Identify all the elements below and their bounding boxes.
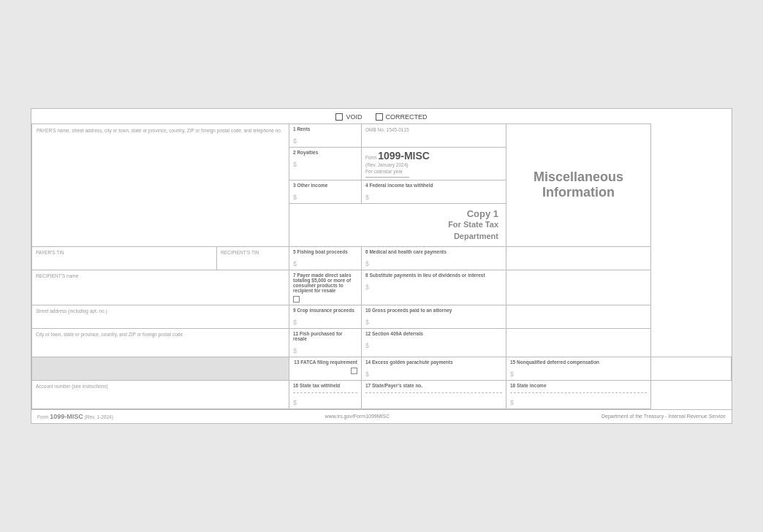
box6-cell[interactable]: 6 Medical and health care payments $ (362, 246, 506, 270)
account-number-label: Account number (see instructions) (36, 384, 108, 389)
box8-label: 8 Substitute payments in lieu of dividen… (365, 273, 485, 278)
box1-label: 1 Rents (293, 126, 310, 132)
box10-cell[interactable]: 10 Gross proceeds paid to an attorney $ (362, 305, 506, 328)
copy1-label: Copy 1 (292, 208, 498, 219)
box5-cell[interactable]: 5 Fishing boat proceeds $ (289, 246, 362, 270)
footer: Form 1099-MISC (Rev. 1-2024) www.irs.gov… (31, 409, 732, 423)
form-table: PAYER'S name, street address, city or to… (31, 123, 732, 409)
city-label: City or town, state or province, country… (36, 332, 183, 337)
footer-website: www.irs.gov/Form1099MISC (325, 414, 390, 419)
misc-info-title: Miscellaneous Information (509, 170, 648, 201)
box18-cell[interactable]: 18 State income $ (506, 380, 651, 408)
misc-info-line1: Miscellaneous (509, 170, 648, 186)
box1-dollar: $ (293, 137, 357, 145)
omb-number: OMB No. 1545-0115 (365, 127, 409, 132)
box7-cell[interactable]: 7 Payer made direct sales totaling $5,00… (289, 270, 362, 305)
box3-label: 3 Other income (293, 183, 327, 188)
box16-label: 16 State tax withheld (293, 383, 340, 388)
recipient-tin-cell[interactable]: RECIPIENT'S TIN (217, 246, 289, 270)
box6-label: 6 Medical and health care payments (365, 249, 447, 254)
corrected-checkbox[interactable] (376, 113, 383, 121)
box8-cell[interactable]: 8 Substitute payments in lieu of dividen… (362, 270, 506, 305)
box11-cell[interactable]: 11 Fish purchased for resale $ (289, 328, 362, 357)
box4-label: 4 Federal income tax withheld (365, 183, 433, 188)
footer-form-info: Form 1099-MISC (Rev. 1-2024) (37, 413, 113, 420)
box15-label: 15 Nonqualified deferred compensation (510, 360, 599, 365)
box13-cell[interactable]: 13 FATCA filing requirement (289, 357, 362, 380)
void-label: VOID (346, 113, 362, 121)
box5-label: 5 Fishing boat proceeds (293, 249, 348, 254)
box3-dollar: $ (293, 194, 357, 201)
payer-name-cell[interactable]: PAYER'S name, street address, city or to… (32, 123, 289, 246)
footer-rev: (Rev. 1-2024) (85, 414, 113, 419)
right-spacer-2 (506, 270, 651, 305)
box9-dollar: $ (293, 319, 357, 326)
box18-label: 18 State income (510, 383, 547, 388)
box3-cell[interactable]: 3 Other income $ (289, 180, 362, 204)
box18-dollar: $ (510, 399, 647, 406)
box9-cell[interactable]: 9 Crop insurance proceeds $ (289, 305, 362, 328)
misc-info-cell: Miscellaneous Information (506, 123, 651, 246)
recipient-name-cell[interactable]: RECIPIENT'S name (32, 270, 289, 305)
box12-dollar: $ (365, 342, 502, 349)
corrected-label: CORRECTED (386, 113, 428, 121)
void-checkbox[interactable] (335, 113, 343, 121)
box15-cell[interactable]: 15 Nonqualified deferred compensation $ (506, 357, 651, 380)
box16-cell[interactable]: 16 State tax withheld $ (289, 380, 362, 408)
footer-dept: Department of the Treasury - Internal Re… (601, 414, 726, 419)
box13-checkbox[interactable] (351, 368, 357, 374)
box14-dollar: $ (365, 370, 502, 378)
box9-label: 9 Crop insurance proceeds (293, 308, 354, 313)
payer-name-label: PAYER'S name, street address, city or to… (37, 128, 282, 133)
box10-label: 10 Gross proceeds paid to an attorney (365, 308, 452, 313)
gray-area-cell (32, 357, 289, 380)
payer-tin-label: PAYER'S TIN (36, 250, 64, 255)
box7-checkbox[interactable] (293, 296, 300, 303)
street-address-label: Street address (including apt. no.) (36, 308, 107, 314)
copy1-for: For State Tax (292, 219, 498, 230)
city-cell[interactable]: City or town, state or province, country… (32, 328, 289, 357)
box7-label: 7 Payer made direct sales totaling $5,00… (293, 273, 352, 293)
payer-tin-cell[interactable]: PAYER'S TIN (32, 246, 217, 270)
box8-dollar: $ (365, 284, 502, 291)
right-spacer-4 (506, 328, 651, 357)
box2-dollar: $ (293, 161, 357, 168)
footer-form-number: 1099-MISC (50, 413, 83, 420)
form-number-display: 1099-MISC (378, 150, 430, 162)
right-spacer-5 (651, 357, 732, 380)
account-number-cell[interactable]: Account number (see instructions) (32, 380, 289, 408)
form-1099-misc: VOID CORRECTED PAYER'S name, street addr… (31, 108, 732, 424)
top-checkboxes: VOID CORRECTED (31, 109, 732, 123)
right-spacer-3 (506, 305, 651, 328)
recipient-name-label: RECIPIENT'S name (36, 273, 78, 278)
footer-form-label: Form (37, 414, 48, 419)
copy1-dept: Department (292, 231, 498, 242)
box12-label: 12 Section 409A deferrals (365, 331, 423, 336)
box10-dollar: $ (365, 319, 502, 326)
omb-cell: OMB No. 1545-0115 (362, 123, 506, 147)
box1-cell[interactable]: 1 Rents $ (289, 123, 362, 147)
box15-dollar: $ (510, 370, 647, 378)
right-spacer-1 (506, 246, 651, 270)
form-number-cell: Form 1099-MISC (Rev. January 2024) For c… (362, 147, 506, 180)
box2-label: 2 Royalties (293, 150, 318, 155)
street-address-cell[interactable]: Street address (including apt. no.) (32, 305, 289, 328)
rev-date: (Rev. January 2024) (365, 162, 502, 168)
form-name: Form (365, 155, 376, 160)
box11-dollar: $ (293, 347, 357, 354)
box11-label: 11 Fish purchased for resale (293, 331, 343, 341)
recipient-tin-label: RECIPIENT'S TIN (221, 250, 259, 255)
copy1-cell: Copy 1 For State Tax Department (289, 204, 506, 247)
box6-dollar: $ (365, 260, 502, 267)
box4-cell[interactable]: 4 Federal income tax withheld $ (362, 180, 506, 204)
box14-cell[interactable]: 14 Excess golden parachute payments $ (362, 357, 506, 380)
void-checkbox-item[interactable]: VOID (335, 113, 362, 121)
box2-cell[interactable]: 2 Royalties $ (289, 147, 362, 180)
corrected-checkbox-item[interactable]: CORRECTED (376, 113, 428, 121)
box5-dollar: $ (293, 260, 357, 267)
box12-cell[interactable]: 12 Section 409A deferrals $ (362, 328, 506, 357)
misc-info-line2: Information (509, 185, 648, 201)
box17-cell[interactable]: 17 State/Payer's state no. (362, 380, 506, 408)
box13-label: 13 FATCA filing requirement (294, 360, 357, 365)
calendar-year-label: For calendar year (365, 168, 502, 175)
